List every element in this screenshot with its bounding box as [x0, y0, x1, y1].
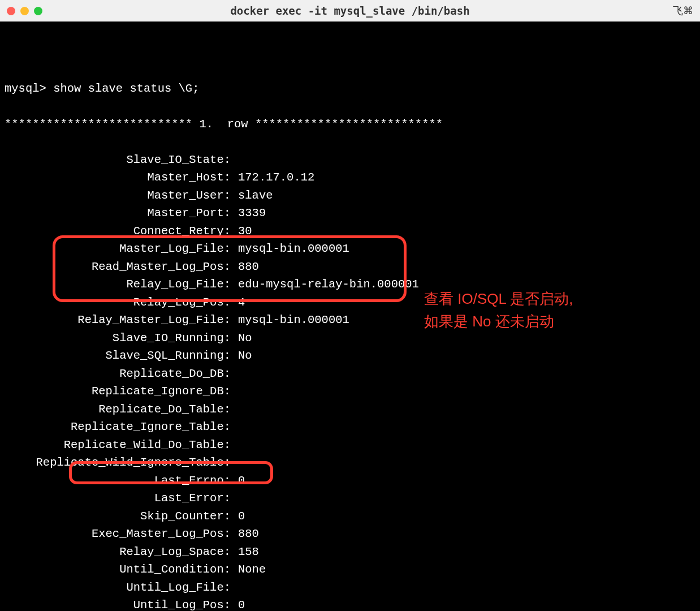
maximize-button[interactable]: [34, 7, 42, 15]
field-value: [231, 454, 238, 472]
field-label: Relay_Log_File:: [5, 276, 231, 294]
field-row: Until_Condition:None: [5, 561, 695, 579]
field-value: 0: [231, 472, 245, 490]
field-value: 0: [231, 507, 245, 526]
field-label: Relay_Master_Log_File:: [5, 311, 231, 329]
field-row: Slave_IO_State:: [5, 151, 695, 169]
field-label: Connect_Retry:: [5, 222, 231, 240]
field-value: 880: [231, 258, 259, 276]
close-button[interactable]: [7, 7, 15, 15]
field-label: Slave_IO_State:: [5, 151, 231, 169]
field-label: Replicate_Do_DB:: [5, 365, 231, 383]
field-label: Master_Host:: [5, 169, 231, 187]
field-row: Last_Error:: [5, 489, 695, 507]
prompt: mysql>: [5, 82, 53, 95]
field-row: Relay_Log_Space:158: [5, 543, 695, 561]
field-value: 4: [231, 294, 245, 312]
field-row: Connect_Retry:30: [5, 222, 695, 240]
field-label: Relay_Log_Space:: [5, 543, 231, 561]
field-row: Master_User:slave: [5, 187, 695, 205]
field-value: [231, 579, 238, 597]
window-titlebar: docker exec -it mysql_slave /bin/bash 飞⌘: [0, 0, 700, 21]
field-row: Until_Log_File:: [5, 579, 695, 597]
field-row: Replicate_Ignore_Table:: [5, 418, 695, 436]
field-value: [231, 418, 238, 436]
field-value: 30: [231, 222, 252, 240]
field-row: Slave_SQL_Running:No: [5, 347, 695, 365]
field-label: Until_Log_File:: [5, 579, 231, 597]
field-label: Last_Errno:: [5, 472, 231, 490]
field-label: Master_User:: [5, 187, 231, 205]
status-fields: Slave_IO_State:Master_Host:172.17.0.12Ma…: [5, 151, 695, 612]
field-row: Until_Log_Pos:0: [5, 596, 695, 611]
field-value: mysql-bin.000001: [231, 240, 349, 258]
field-label: Replicate_Wild_Do_Table:: [5, 436, 231, 454]
field-label: Replicate_Do_Table:: [5, 401, 231, 419]
command-line: mysql> show slave status \G;: [5, 80, 695, 98]
field-row: Replicate_Do_Table:: [5, 401, 695, 419]
field-label: Skip_Counter:: [5, 507, 231, 526]
field-row: Master_Host:172.17.0.12: [5, 169, 695, 187]
field-value: [231, 436, 238, 454]
field-row: Master_Log_File:mysql-bin.000001: [5, 240, 695, 258]
field-row: Relay_Master_Log_File:mysql-bin.000001: [5, 311, 695, 329]
field-value: [231, 365, 238, 383]
field-label: Replicate_Ignore_Table:: [5, 418, 231, 436]
field-value: No: [231, 329, 252, 347]
field-value: 3339: [231, 204, 266, 222]
field-label: Master_Log_File:: [5, 240, 231, 258]
field-row: Replicate_Do_DB:: [5, 365, 695, 383]
annotation-text-io-sql: 查看 IO/SQL 是否启动, 如果是 No 还未启动: [424, 287, 573, 333]
field-label: Relay_Log_Pos:: [5, 294, 231, 312]
field-value: mysql-bin.000001: [231, 311, 349, 329]
field-row: Replicate_Ignore_DB:: [5, 382, 695, 401]
field-value: No: [231, 347, 252, 365]
field-label: Slave_SQL_Running:: [5, 347, 231, 365]
field-value: 158: [231, 543, 259, 561]
field-label: Master_Port:: [5, 204, 231, 222]
field-label: Read_Master_Log_Pos:: [5, 258, 231, 276]
field-label: Replicate_Ignore_DB:: [5, 382, 231, 401]
field-row: Exec_Master_Log_Pos:880: [5, 525, 695, 543]
field-value: [231, 382, 238, 401]
field-row: Relay_Log_Pos:4: [5, 294, 695, 312]
terminal-output[interactable]: mysql> show slave status \G; ***********…: [0, 21, 700, 611]
field-row: Read_Master_Log_Pos:880: [5, 258, 695, 276]
field-label: Until_Condition:: [5, 561, 231, 579]
field-label: Replicate_Wild_Ignore_Table:: [5, 454, 231, 472]
field-label: Slave_IO_Running:: [5, 329, 231, 347]
field-value: 880: [231, 525, 259, 543]
field-label: Exec_Master_Log_Pos:: [5, 525, 231, 543]
field-value: 0: [231, 596, 245, 611]
field-label: Until_Log_Pos:: [5, 596, 231, 611]
field-value: slave: [231, 187, 273, 205]
field-value: [231, 401, 238, 419]
field-row: Slave_IO_Running:No: [5, 329, 695, 347]
field-value: None: [231, 561, 266, 579]
field-value: 172.17.0.12: [231, 169, 314, 187]
field-value: edu-mysql-relay-bin.000001: [231, 276, 419, 294]
row-separator: *************************** 1. row *****…: [5, 115, 695, 134]
titlebar-right-symbols: 飞⌘: [673, 4, 693, 18]
field-row: Replicate_Wild_Ignore_Table:: [5, 454, 695, 472]
window-title: docker exec -it mysql_slave /bin/bash: [230, 5, 469, 17]
field-row: Skip_Counter:0: [5, 507, 695, 526]
field-label: Last_Error:: [5, 489, 231, 507]
field-row: Master_Port:3339: [5, 204, 695, 222]
command-text: show slave status \G;: [53, 82, 199, 95]
field-row: Relay_Log_File:edu-mysql-relay-bin.00000…: [5, 276, 695, 294]
traffic-lights: [7, 7, 42, 15]
blank-line: [5, 44, 695, 62]
field-row: Last_Errno:0: [5, 472, 695, 490]
field-value: [231, 151, 238, 169]
field-value: [231, 489, 238, 507]
field-row: Replicate_Wild_Do_Table:: [5, 436, 695, 454]
minimize-button[interactable]: [20, 7, 29, 15]
